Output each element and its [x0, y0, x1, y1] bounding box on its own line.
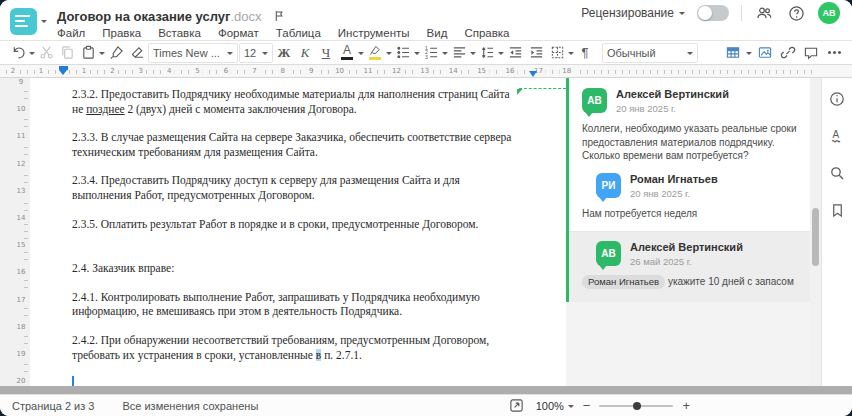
statusbar: Страница 2 из 3 Все изменения сохранены … — [0, 394, 852, 416]
page-indicator[interactable]: Страница 2 из 3 — [12, 400, 94, 412]
app-logo-icon[interactable] — [10, 8, 37, 35]
highlight-color-button[interactable] — [365, 42, 385, 64]
comment-author: Алексей Вертинский — [616, 88, 729, 101]
vertical-ruler[interactable]: 91011121314151617181920 — [0, 78, 30, 386]
highlight-caret-icon[interactable] — [386, 52, 392, 58]
numbered-list-caret-icon[interactable] — [442, 52, 448, 58]
collaboration-users-icon[interactable] — [754, 2, 774, 24]
bookmark-icon[interactable] — [827, 199, 847, 221]
insert-comment-button[interactable] — [801, 42, 821, 64]
fit-page-icon[interactable] — [507, 395, 527, 416]
right-indent-marker[interactable] — [529, 71, 537, 78]
paragraph-2-4-1[interactable]: 2.4.1. Контролировать выполнение Работ, … — [72, 290, 516, 319]
left-indent-marker[interactable] — [59, 66, 68, 78]
menu-edit[interactable]: Правка — [102, 27, 141, 39]
toolbar: Times New ... 12 Ж К Ч А 123 — [0, 40, 852, 65]
paragraph-2-3-4[interactable]: 2.3.4. Предоставить Подрядчику доступ к … — [72, 173, 516, 202]
favorite-flag-icon[interactable] — [270, 5, 290, 27]
decrease-indent-button[interactable] — [505, 42, 525, 64]
bullet-list-button[interactable] — [393, 42, 413, 64]
paste-caret-icon[interactable] — [99, 52, 105, 58]
menu-format[interactable]: Формат — [218, 27, 259, 39]
horizontal-scrollbar[interactable] — [0, 386, 852, 394]
right-sidebar: А — [821, 78, 852, 386]
font-name-select[interactable]: Times New ... — [148, 43, 238, 63]
commented-text[interactable]: позднее — [86, 103, 124, 115]
chevron-down-icon — [227, 52, 233, 58]
info-icon[interactable] — [827, 88, 847, 110]
review-toggle[interactable] — [697, 5, 729, 21]
chevron-down-icon — [568, 405, 574, 411]
paste-button[interactable] — [78, 42, 98, 64]
paragraph-2-3-3[interactable]: 2.3.3. В случае размещения Сайта на серв… — [72, 130, 516, 159]
comment-avatar: РИ — [596, 173, 621, 198]
comment-date: 20 янв 2025 г. — [630, 188, 718, 199]
zoom-in-button[interactable]: + — [682, 401, 690, 411]
align-left-button[interactable] — [449, 42, 469, 64]
paragraph-style-select[interactable]: Обычный — [602, 43, 698, 63]
menu-file[interactable]: Файл — [57, 27, 85, 39]
mention-pill[interactable]: Роман Игнатьев — [582, 275, 665, 289]
menu-tools[interactable]: Инструменты — [338, 27, 410, 39]
insert-table-button[interactable] — [723, 42, 743, 64]
paragraph-2-4-2[interactable]: 2.4.2. При обнаружении несоответствий тр… — [72, 333, 516, 362]
menu-table[interactable]: Таблица — [276, 27, 321, 39]
font-color-caret-icon[interactable] — [358, 52, 364, 58]
comment-reply-selected[interactable]: АВ Алексей Вертинский 26 май 2025 г. Ром… — [569, 232, 810, 302]
zoom-slider[interactable] — [599, 405, 673, 407]
chevron-down-icon — [679, 12, 685, 18]
more-tools-button[interactable] — [824, 42, 844, 64]
undo-button[interactable] — [8, 42, 28, 64]
cut-button[interactable] — [36, 42, 56, 64]
paragraph-borders-button[interactable] — [547, 42, 567, 64]
menu-insert[interactable]: Вставка — [158, 27, 201, 39]
show-paragraph-marks-button[interactable]: ¶ — [575, 42, 595, 64]
line-spacing-caret-icon[interactable] — [498, 52, 504, 58]
search-icon[interactable] — [827, 162, 847, 184]
svg-text:3: 3 — [424, 54, 427, 60]
paragraph-2-3-5[interactable]: 2.3.5. Оплатить результат Работ в порядк… — [72, 217, 516, 232]
save-status: Все изменения сохранены — [122, 400, 258, 412]
review-mode-dropdown[interactable]: Рецензирование — [581, 6, 685, 20]
scrollbar-thumb[interactable] — [812, 208, 819, 266]
italic-button[interactable]: К — [295, 42, 315, 64]
user-avatar[interactable]: АВ — [818, 2, 840, 24]
chevron-down-icon — [262, 52, 268, 58]
zoom-slider-handle[interactable] — [633, 402, 641, 410]
align-caret-icon[interactable] — [470, 52, 476, 58]
line-spacing-button[interactable] — [477, 42, 497, 64]
menu-help[interactable]: Справка — [464, 27, 509, 39]
table-caret-icon[interactable] — [746, 52, 752, 58]
paragraph-2-4[interactable]: 2.4. Заказчик вправе: — [72, 261, 516, 276]
font-color-button[interactable]: А — [337, 42, 357, 64]
insert-link-button[interactable] — [778, 42, 798, 64]
svg-text:А: А — [833, 129, 840, 140]
comment-avatar: АВ — [582, 88, 607, 113]
paragraph-2-3-2[interactable]: 2.3.2. Предоставить Подрядчику необходим… — [72, 87, 516, 116]
copy-button[interactable] — [57, 42, 77, 64]
insert-image-button[interactable] — [755, 42, 775, 64]
comment-reply[interactable]: РИ Роман Игнатьев 20 янв 2025 г. Нам пот… — [569, 173, 810, 223]
help-icon[interactable] — [786, 2, 806, 24]
menu-view[interactable]: Вид — [427, 27, 448, 39]
increase-indent-button[interactable] — [526, 42, 546, 64]
bullet-list-caret-icon[interactable] — [414, 52, 420, 58]
comment-item[interactable]: АВ Алексей Вертинский 20 янв 2025 г. Кол… — [569, 88, 810, 165]
font-size-select[interactable]: 12 — [239, 43, 273, 63]
comment-avatar: АВ — [596, 241, 621, 266]
zoom-level-dropdown[interactable]: 100% — [536, 400, 574, 412]
undo-caret-icon[interactable] — [29, 52, 35, 58]
spellcheck-icon[interactable]: А — [827, 125, 847, 147]
horizontal-ruler[interactable]: 21123456789101112131415161718 — [0, 65, 852, 78]
logo-caret-icon[interactable] — [41, 20, 47, 26]
zoom-out-button[interactable]: − — [583, 401, 591, 411]
vertical-scrollbar[interactable] — [812, 78, 820, 386]
document-page[interactable]: 2.3.2. Предоставить Подрядчику необходим… — [30, 78, 566, 386]
underline-button[interactable]: Ч — [316, 42, 336, 64]
format-painter-button[interactable] — [106, 42, 126, 64]
comment-thread[interactable]: АВ Алексей Вертинский 20 янв 2025 г. Кол… — [566, 78, 810, 302]
numbered-list-button[interactable]: 123 — [421, 42, 441, 64]
bold-button[interactable]: Ж — [274, 42, 294, 64]
borders-caret-icon[interactable] — [568, 52, 574, 58]
clear-style-eraser-button[interactable] — [127, 42, 147, 64]
